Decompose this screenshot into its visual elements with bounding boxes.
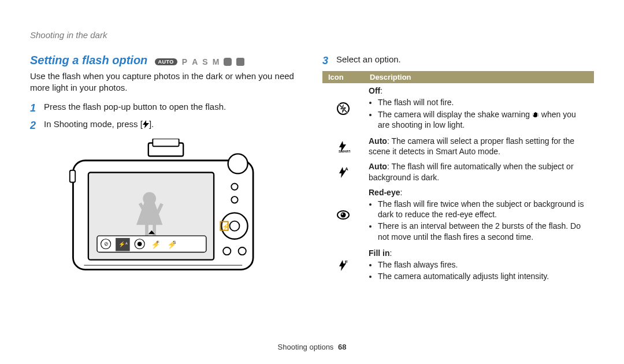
- flash-redeye-icon: [322, 185, 364, 246]
- page-footer: Shooting options 68: [0, 343, 624, 351]
- step-1-text: Press the flash pop-up button to open th…: [44, 101, 226, 115]
- footer-page-number: 68: [338, 343, 346, 351]
- flash-auto-icon: A: [322, 159, 364, 184]
- camera-illustration: ⊘ ⚡ᴬ ⚡F ⚡S: [68, 139, 264, 283]
- mode-scene-icon: [224, 58, 232, 66]
- table-row: Off: The flash will not fire. The camera…: [322, 83, 594, 133]
- off-title: Off: [369, 86, 380, 95]
- mode-s-icon: S: [202, 57, 207, 66]
- svg-point-27: [229, 221, 239, 231]
- fillin-title: Fill in: [369, 248, 390, 258]
- mode-a-icon: A: [192, 57, 198, 66]
- off-bullet-2: The camera will display the shake warnin…: [378, 109, 589, 130]
- flash-smart-icon: SMART: [322, 133, 364, 159]
- flash-fillin-icon: F: [322, 246, 364, 285]
- table-head-desc: Description: [364, 71, 594, 83]
- mode-auto-icon: AUTO: [155, 58, 177, 65]
- intro-text: Use the flash when you capture photos in…: [30, 70, 302, 93]
- flash-off-icon: [322, 83, 364, 133]
- flash-icon: [143, 120, 149, 128]
- table-row: Red-eye: The flash will fire twice when …: [322, 185, 594, 246]
- svg-point-19: [138, 242, 142, 246]
- step-2-number: 2: [30, 118, 38, 132]
- mode-icons-row: AUTO P A S M: [155, 57, 245, 66]
- svg-point-31: [239, 247, 246, 255]
- smart-desc: Auto: The camera will select a proper fl…: [364, 133, 594, 159]
- svg-text:⚡ᴬ: ⚡ᴬ: [118, 241, 128, 248]
- table-row: F Fill in: The flash always fires. The c…: [322, 246, 594, 285]
- svg-point-24: [231, 183, 237, 190]
- table-head-icon: Icon: [322, 71, 364, 83]
- step-2-post: ].: [149, 119, 154, 129]
- step-1-number: 1: [30, 101, 38, 115]
- svg-rect-4: [153, 139, 179, 146]
- svg-point-25: [231, 196, 237, 203]
- step-3-text: Select an option.: [336, 54, 401, 68]
- svg-point-44: [341, 213, 343, 214]
- svg-text:⊘: ⊘: [104, 240, 109, 247]
- svg-point-5: [228, 154, 248, 173]
- mode-m-icon: M: [213, 57, 220, 66]
- fillin-bullet-1: The flash always fires.: [378, 259, 589, 270]
- step-2-pre: In Shooting mode, press [: [44, 119, 143, 129]
- svg-text:A: A: [345, 166, 348, 172]
- table-row: A Auto: The flash will fire automaticall…: [322, 159, 594, 184]
- svg-text:F: F: [157, 240, 159, 245]
- footer-section: Shooting options: [278, 343, 334, 351]
- redeye-bullet-2: There is an interval between the 2 burst…: [378, 221, 589, 242]
- step-3-number: 3: [322, 54, 330, 68]
- svg-marker-0: [143, 120, 149, 128]
- svg-rect-9: [153, 220, 156, 236]
- svg-point-30: [223, 247, 231, 255]
- mode-extra-icon: [236, 58, 244, 66]
- shake-warning-icon: [532, 110, 539, 117]
- redeye-title: Red-eye: [369, 188, 400, 197]
- svg-rect-8: [145, 220, 148, 236]
- svg-point-43: [341, 213, 346, 218]
- auto-desc: Auto: The flash will fire automatically …: [364, 159, 594, 184]
- mode-p-icon: P: [182, 57, 187, 66]
- section-title: Setting a flash option: [30, 54, 147, 67]
- redeye-bullet-1: The flash will fire twice when the subje…: [378, 199, 589, 220]
- svg-text:S: S: [173, 240, 176, 245]
- svg-text:SMART: SMART: [339, 150, 350, 153]
- svg-text:⚡: ⚡: [222, 222, 229, 230]
- options-table: Icon Description Off: The flash will n: [322, 71, 594, 285]
- svg-text:F: F: [345, 259, 348, 265]
- fillin-bullet-2: The camera automatically adjusts light i…: [378, 271, 589, 281]
- breadcrumb: Shooting in the dark: [30, 30, 594, 40]
- step-2-text: In Shooting mode, press [].: [44, 118, 154, 132]
- svg-rect-32: [70, 170, 75, 182]
- table-row: SMART Auto: The camera will select a pro…: [322, 133, 594, 159]
- off-bullet-1: The flash will not fire.: [378, 97, 589, 107]
